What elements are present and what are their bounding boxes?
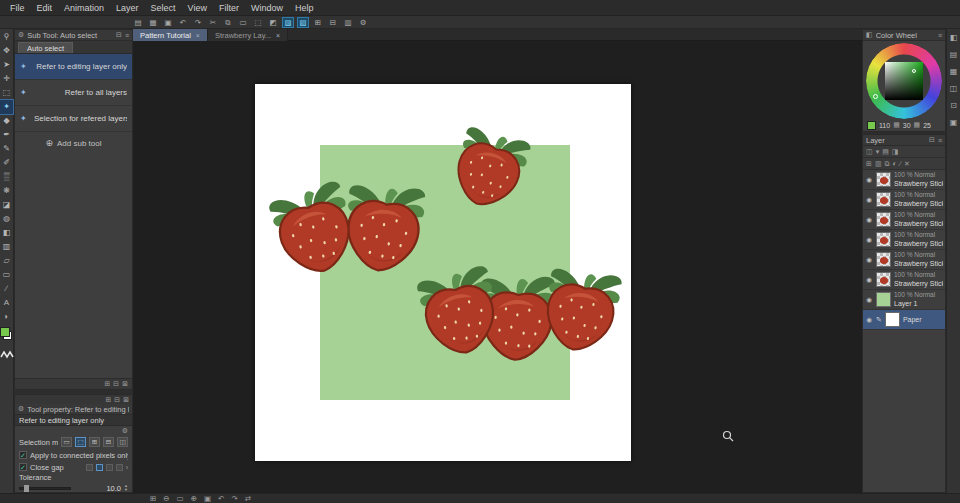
selection-tool-icon[interactable]: ⬚ [0,86,13,100]
duplicate-layer-icon[interactable]: ⧉ [885,160,890,168]
clip-at-layer-icon[interactable]: ◨ [892,148,899,156]
new-file-icon[interactable]: ▤ [132,17,144,28]
new-folder-icon[interactable]: ▥ [875,160,882,168]
airbrush-tool-icon[interactable]: ▒ [0,170,13,184]
sv-cursor[interactable] [912,69,916,73]
layer-mask-icon[interactable]: ◐ [893,160,897,167]
close-gap-size-1[interactable] [86,464,93,471]
blend-dropdown-icon[interactable]: ▾ [876,148,880,156]
panel-boxed-icon[interactable]: ⊠ [123,396,129,404]
zoom-tool-icon[interactable]: ⚲ [0,30,13,44]
panel-menu-icon[interactable]: ≡ [125,32,129,39]
ruler-tool-icon[interactable]: ∕ [0,282,13,296]
rotate-left-icon[interactable]: ↶ [218,494,224,503]
eye-icon[interactable]: ◉ [865,236,873,244]
layer-row[interactable]: ◉ 100 % Normal Strawberry Sticker 1 Copy [863,210,945,230]
brush-tool-icon[interactable]: ✐ [0,156,13,170]
eye-icon[interactable]: ◉ [865,276,873,284]
document-canvas[interactable] [255,84,631,461]
color-wheel-header[interactable]: ◧ Color Wheel ≡ [863,30,945,41]
layer-row[interactable]: ◉ 100 % Normal Layer 1 [863,290,945,310]
eye-icon[interactable]: ◉ [865,316,873,324]
subtool-item-refer-editing-layer[interactable]: ✦ Refer to editing layer only [15,54,132,80]
color-mode-icon[interactable]: ▦ [893,121,900,129]
frame-tool-icon[interactable]: ▭ [0,268,13,282]
gradient-tool-icon[interactable]: ▥ [0,240,13,254]
panel-collapse-icon[interactable]: ⊟ [113,380,119,388]
material-icon[interactable]: ▥ [342,17,354,28]
save-file-icon[interactable]: ▣ [162,17,174,28]
layer-thumbnail[interactable] [876,292,891,307]
operation-tool-icon[interactable]: ➤ [0,58,13,72]
layer-thumbnail[interactable] [876,272,891,287]
layer-row[interactable]: ◉ 100 % Normal Strawberry Sticker 3 Copy [863,170,945,190]
paste-icon[interactable]: ▭ [237,17,249,28]
pencil-tool-icon[interactable]: ✎ [0,142,13,156]
layer-thumbnail[interactable] [876,172,891,187]
panel-expand-icon[interactable]: ⊞ [105,396,111,404]
sub-tool-tab-auto-select[interactable]: Auto select [18,42,73,53]
layer-thumbnail[interactable] [876,192,891,207]
copy-icon[interactable]: ⧉ [222,17,234,28]
menu-select[interactable]: Select [145,3,182,13]
selection-mode-multiply-button[interactable]: ⊟ [103,437,114,447]
eye-icon[interactable]: ◉ [865,296,873,304]
eyedropper-tool-icon[interactable]: ◆ [0,114,13,128]
menu-window[interactable]: Window [245,3,289,13]
layer-row[interactable]: ◉ 100 % Normal Strawberry Sticker 2 [863,250,945,270]
opacity-icon[interactable]: ▤ [882,148,889,156]
fit-to-screen-icon[interactable]: ▣ [204,494,211,503]
invert-selection-icon[interactable]: ◩ [267,17,279,28]
sub-tool-panel-header[interactable]: ⚙ Sub Tool: Auto select ⊟ ≡ [15,30,132,41]
color-slider-tab-icon[interactable]: ▤ [950,50,958,59]
color-mode-icon[interactable]: ▦ [914,121,921,129]
selection-mode-cross-button[interactable]: ◫ [117,437,128,447]
menu-file[interactable]: File [4,3,31,13]
menu-view[interactable]: View [182,3,213,13]
close-gap-checkbox[interactable]: ✓ [19,463,27,471]
text-tool-icon[interactable]: A [0,296,13,310]
navigator-icon[interactable]: ⊞ [150,494,156,503]
auto-select-tool-icon[interactable]: ✦ [0,100,13,114]
selection-mode-new-button[interactable]: ▭ [61,437,72,447]
fill-tool-icon[interactable]: ◧ [0,226,13,240]
figure-tool-icon[interactable]: ▱ [0,254,13,268]
panel-menu-icon[interactable]: ≡ [938,137,942,144]
open-file-icon[interactable]: ▦ [147,17,159,28]
main-color-swatch[interactable] [0,327,10,337]
close-gap-size-4[interactable] [116,464,123,471]
eye-icon[interactable]: ◉ [865,196,873,204]
saturation-value-square[interactable] [885,62,923,100]
undo-icon[interactable]: ↶ [177,17,189,28]
menu-layer[interactable]: Layer [110,3,145,13]
color-set-tab-icon[interactable]: ▦ [950,67,958,76]
subtool-item-refer-all-layers[interactable]: ✦ Refer to all layers [15,80,132,106]
menu-help[interactable]: Help [289,3,320,13]
zoom-in-icon[interactable]: ⊕ [191,494,197,503]
panel-expand-icon[interactable]: ⊞ [104,380,110,388]
hue-cursor[interactable] [873,94,878,99]
current-color-swatch[interactable] [867,121,876,130]
delete-layer-icon[interactable]: ✕ [904,160,910,168]
menu-animation[interactable]: Animation [58,3,110,13]
layer-row[interactable]: ◉ 100 % Normal Strawberry Sticker 1 [863,270,945,290]
tolerance-value[interactable]: 10.0 [74,484,121,493]
selection-mode-subtract-button[interactable]: ⊞ [89,437,100,447]
panel-menu-icon[interactable]: ≡ [938,32,942,39]
redo-icon[interactable]: ↷ [192,17,204,28]
canvas-tab-strawberry-layout[interactable]: Strawberry Lay... × [208,29,288,41]
collapse-icon[interactable]: ⊟ [929,136,935,144]
close-gap-size-2[interactable] [96,464,103,471]
zoom-slider-icon[interactable]: ▭ [177,494,184,503]
canvas-tab-pattern-tutorial[interactable]: Pattern Tutorial × [133,29,208,41]
snap-on-icon[interactable]: ▧ [297,17,309,28]
eye-icon[interactable]: ◉ [865,176,873,184]
decoration-tool-icon[interactable]: ❋ [0,184,13,198]
layer-move-tool-icon[interactable]: ✛ [0,72,13,86]
color-swatches[interactable] [0,327,13,342]
close-tab-icon[interactable]: × [196,32,200,39]
eye-icon[interactable]: ◉ [865,216,873,224]
layer-thumbnail[interactable] [876,212,891,227]
color-wheel[interactable] [866,43,942,119]
subtool-item-selection-refered-layers[interactable]: ✦ Selection for refered layers [15,106,132,132]
